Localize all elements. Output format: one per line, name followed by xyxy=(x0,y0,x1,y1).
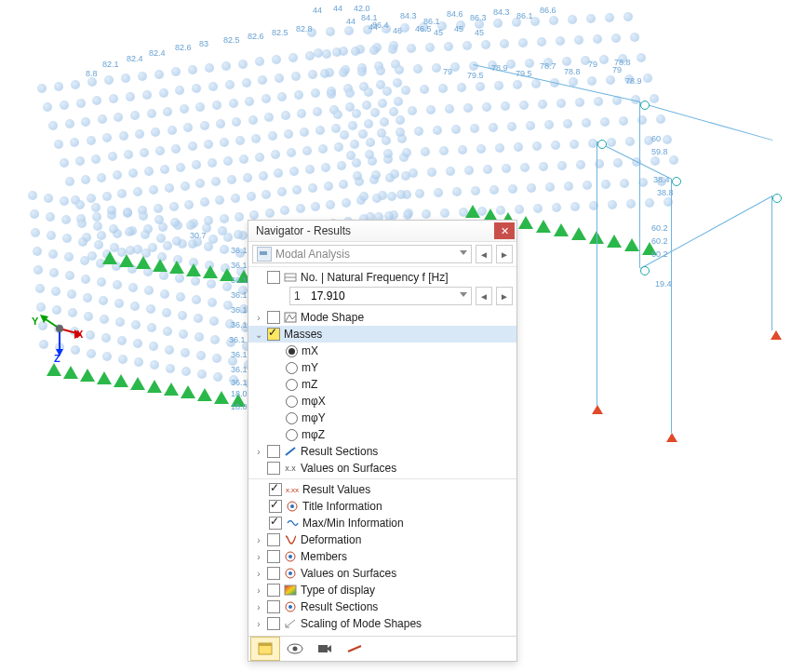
display-type-checkbox[interactable] xyxy=(267,584,280,597)
tab-visibility-button[interactable] xyxy=(280,637,310,661)
freq-icon xyxy=(284,271,297,284)
svg-point-23 xyxy=(293,647,298,652)
tab-navigator-button[interactable] xyxy=(250,637,280,661)
members-checkbox[interactable] xyxy=(267,550,280,563)
svg-rect-21 xyxy=(259,643,272,646)
expand-toggle[interactable]: › xyxy=(254,585,263,596)
result-values-checkbox[interactable] xyxy=(269,483,282,496)
expand-toggle[interactable]: › xyxy=(254,313,263,323)
expand-toggle[interactable]: › xyxy=(254,535,263,545)
title-info-icon xyxy=(286,500,299,513)
svg-line-26 xyxy=(348,646,361,652)
my-label: mY xyxy=(302,361,318,374)
svg-rect-24 xyxy=(318,645,328,652)
tab-section-button[interactable] xyxy=(340,637,369,661)
masses-checkbox[interactable] xyxy=(267,328,280,341)
mz-label: mZ xyxy=(302,378,317,391)
my-radio[interactable] xyxy=(286,362,298,374)
mode-shape-checkbox[interactable] xyxy=(267,311,280,324)
svg-marker-5 xyxy=(40,315,48,323)
results-tree: No. | Natural Frequency f [Hz] 1 17.910 … xyxy=(248,267,516,636)
freq-next-button[interactable]: ► xyxy=(496,287,513,305)
title-info-label: Title Information xyxy=(302,500,382,513)
frequency-combo[interactable]: 1 17.910 xyxy=(289,287,472,305)
freq-checkbox[interactable] xyxy=(267,271,280,284)
svg-marker-25 xyxy=(328,645,331,652)
svg-point-6 xyxy=(56,325,63,332)
members-label: Members xyxy=(301,550,347,563)
expand-toggle[interactable]: › xyxy=(254,569,263,579)
values-surfaces-checkbox[interactable] xyxy=(267,567,280,580)
analysis-prev-button[interactable]: ◄ xyxy=(476,245,492,263)
deformation-icon xyxy=(284,533,297,546)
expand-toggle[interactable]: › xyxy=(254,447,263,457)
display-type-icon xyxy=(284,584,297,597)
result-sections-checkbox[interactable] xyxy=(267,445,280,458)
maxmin-info-checkbox[interactable] xyxy=(269,517,282,530)
axis-z-label: Z xyxy=(54,353,60,364)
values-surfaces-label: Values on Surfaces xyxy=(301,567,396,580)
maxmin-info-label: Max/Min Information xyxy=(302,517,404,530)
expand-toggle[interactable]: › xyxy=(254,619,263,629)
expand-toggle[interactable]: › xyxy=(254,552,263,562)
result-sections2-checkbox[interactable] xyxy=(267,600,280,613)
panel-bottom-toolbar xyxy=(248,636,516,661)
analysis-glyph-icon xyxy=(257,247,272,262)
mphiy-label: mφY xyxy=(302,411,326,424)
chevron-down-icon xyxy=(460,292,467,297)
navigator-results-panel: Navigator - Results ✕ Modal Analysis ◄ ►… xyxy=(248,220,517,662)
section-icon xyxy=(284,445,297,458)
scaling-checkbox[interactable] xyxy=(267,617,280,630)
svg-point-12 xyxy=(290,504,294,508)
analysis-type-combo[interactable]: Modal Analysis xyxy=(252,245,472,263)
mphiz-label: mφZ xyxy=(302,428,325,441)
mphix-label: mφX xyxy=(302,395,326,408)
mx-label: mX xyxy=(302,344,318,357)
analysis-next-button[interactable]: ► xyxy=(496,245,513,263)
panel-title: Navigator - Results xyxy=(256,224,494,237)
tab-camera-button[interactable] xyxy=(310,637,340,661)
scaling-label: Scaling of Mode Shapes xyxy=(301,617,422,630)
svg-point-16 xyxy=(288,571,292,575)
deformation-checkbox[interactable] xyxy=(267,533,280,546)
chevron-down-icon xyxy=(460,250,467,255)
freq-header-label: No. | Natural Frequency f [Hz] xyxy=(301,271,449,284)
expand-toggle[interactable]: › xyxy=(254,602,263,612)
mphix-radio[interactable] xyxy=(286,396,298,408)
result-sections2-icon xyxy=(284,600,297,613)
values-icon: x.x xyxy=(284,462,297,475)
axis-y-label: Y xyxy=(32,316,38,327)
freq-value: 17.910 xyxy=(311,289,345,302)
display-type-label: Type of display xyxy=(301,584,375,597)
deformation-label: Deformation xyxy=(301,533,361,546)
mode-shape-icon xyxy=(284,311,297,324)
svg-point-19 xyxy=(288,605,292,609)
svg-rect-17 xyxy=(285,585,296,595)
expand-toggle[interactable]: ⌄ xyxy=(254,329,263,340)
freq-prev-button[interactable]: ◄ xyxy=(476,287,492,305)
panel-titlebar[interactable]: Navigator - Results ✕ xyxy=(248,221,516,242)
svg-point-14 xyxy=(288,555,292,558)
axis-triad: Z X Y xyxy=(28,312,84,368)
members-icon xyxy=(284,550,297,563)
masses-label: Masses xyxy=(284,328,322,341)
axis-x-label: X xyxy=(76,329,83,340)
values-surfaces-top-checkbox[interactable] xyxy=(267,462,280,475)
mphiz-radio[interactable] xyxy=(286,429,298,441)
mphiy-radio[interactable] xyxy=(286,412,298,424)
freq-number: 1 xyxy=(294,289,311,302)
mx-radio[interactable] xyxy=(286,345,298,357)
maxmin-icon xyxy=(286,517,299,530)
result-values-label: Result Values xyxy=(302,483,370,496)
close-icon[interactable]: ✕ xyxy=(494,222,515,239)
values-surfaces-icon xyxy=(284,567,297,580)
title-info-checkbox[interactable] xyxy=(269,500,282,513)
result-values-icon: x.xx xyxy=(286,483,299,496)
analysis-type-label: Modal Analysis xyxy=(275,248,350,261)
svg-line-10 xyxy=(286,448,295,455)
scaling-icon xyxy=(284,617,297,630)
mz-radio[interactable] xyxy=(286,379,298,391)
values-surfaces-top-label: Values on Surfaces xyxy=(301,462,396,475)
result-sections-label: Result Sections xyxy=(301,445,378,458)
mode-shape-label: Mode Shape xyxy=(301,311,364,324)
